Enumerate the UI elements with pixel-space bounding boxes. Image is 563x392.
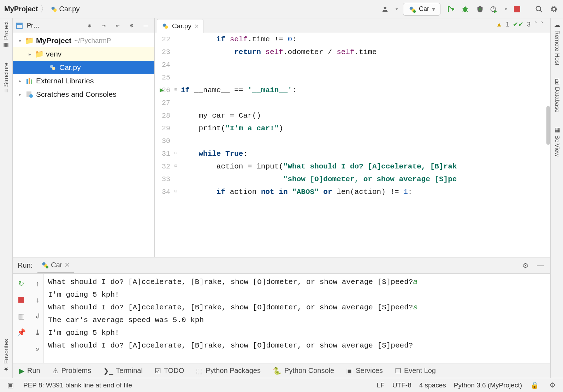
- run-icon[interactable]: [445, 4, 455, 14]
- python-run-icon: [408, 5, 416, 13]
- up-stack-icon[interactable]: ↑: [31, 277, 44, 290]
- soft-wrap-icon[interactable]: ↲: [31, 310, 44, 322]
- project-view-icon: [16, 23, 23, 29]
- stop-icon[interactable]: [512, 4, 522, 14]
- tree-row-car-py[interactable]: Car.py: [13, 61, 154, 74]
- remote-host-label: Remote Host: [553, 30, 561, 65]
- layout-icon[interactable]: ▥: [15, 310, 28, 322]
- sciview-icon: ▦: [553, 126, 561, 133]
- run-header-title: Run:: [18, 261, 32, 269]
- sciview-tool-button[interactable]: ▦ SciView: [553, 126, 561, 156]
- fold-gutter[interactable]: ▶⊟⊟⊟⊟: [174, 33, 181, 257]
- tree-row-scratches[interactable]: ▸ Scratches and Consoles: [13, 88, 154, 101]
- python-file-icon: [49, 64, 57, 71]
- editor-tab-car-py[interactable]: Car.py ✕: [157, 19, 203, 33]
- run-config-label: Car: [419, 5, 429, 13]
- run-tab-car[interactable]: Car ✕: [37, 257, 74, 273]
- star-icon: ★: [3, 366, 10, 373]
- close-tab-icon[interactable]: ✕: [194, 23, 199, 30]
- prev-highlight-icon[interactable]: ˄: [534, 20, 537, 28]
- problems-icon: ⚠: [52, 367, 59, 375]
- settings-gear-icon[interactable]: [549, 4, 559, 14]
- bottom-tool-run[interactable]: ▶ Run: [19, 367, 40, 375]
- rerun-icon[interactable]: ↻: [15, 277, 28, 290]
- tree-hint: ~/PycharmP: [74, 37, 111, 44]
- database-tool-button[interactable]: 🗄 Database: [553, 79, 561, 113]
- next-highlight-icon[interactable]: ˅: [541, 20, 544, 28]
- structure-tool-label: Structure: [3, 63, 10, 87]
- run-tab-label: Car: [51, 261, 62, 269]
- project-panel-header: Pr… ⊕ ⇥ ⇤ ⚙ —: [13, 18, 154, 33]
- folder-icon: ▦: [3, 42, 10, 49]
- close-run-tab-icon[interactable]: ✕: [64, 261, 70, 269]
- breadcrumb-project[interactable]: MyProject: [4, 5, 38, 13]
- locate-icon[interactable]: ⊕: [84, 21, 94, 31]
- favorites-tool-button[interactable]: ★ Favorites: [3, 339, 10, 373]
- python-file-icon: [50, 5, 58, 13]
- expand-all-icon[interactable]: ⇥: [99, 21, 108, 31]
- svg-rect-17: [29, 78, 30, 84]
- readonly-lock-icon[interactable]: 🔒: [530, 380, 540, 390]
- tool-window-quick-access-icon[interactable]: ▣: [6, 380, 16, 390]
- tree-label: venv: [46, 50, 61, 58]
- bottom-tool-label: Problems: [61, 367, 91, 375]
- structure-tool-button[interactable]: ≡ Structure: [3, 63, 10, 93]
- bottom-tool-python-packages[interactable]: ⬚ Python Packages: [196, 367, 261, 375]
- pin-icon[interactable]: 📌: [15, 326, 28, 339]
- profile-icon[interactable]: ▶: [490, 4, 500, 14]
- sciview-label: SciView: [553, 135, 561, 156]
- ide-gear-icon[interactable]: ⚙: [547, 380, 557, 390]
- inspection-status[interactable]: ▲ 1 ✔✔ 3 ˄ ˅: [496, 20, 544, 28]
- scroll-to-end-icon[interactable]: ⤓: [31, 326, 44, 339]
- svg-rect-26: [18, 297, 24, 303]
- folder-icon: 📁: [35, 50, 43, 58]
- bottom-tool-services[interactable]: ▣ Services: [346, 367, 383, 375]
- down-stack-icon[interactable]: ↓: [31, 293, 44, 306]
- project-tree: ▾ 📁 MyProject ~/PycharmP ▸ 📁 venv Car.py: [13, 33, 154, 257]
- status-message: PEP 8: W391 blank line at end of file: [23, 381, 132, 389]
- bottom-tool-event-log[interactable]: ☐ Event Log: [395, 367, 436, 375]
- tree-row-project-root[interactable]: ▾ 📁 MyProject ~/PycharmP: [13, 34, 154, 47]
- tree-row-external-libraries[interactable]: ▸ External Libraries: [13, 74, 154, 88]
- tree-row-venv[interactable]: ▸ 📁 venv: [13, 47, 154, 61]
- libraries-icon: [25, 77, 33, 84]
- panel-settings-gear-icon[interactable]: ⚙: [127, 21, 137, 31]
- editor-body[interactable]: 22232425262728293031323334 ▶⊟⊟⊟⊟ if self…: [155, 33, 550, 257]
- services-icon: ▣: [346, 367, 353, 375]
- coverage-icon[interactable]: [475, 4, 485, 14]
- search-icon[interactable]: [534, 4, 544, 14]
- editor-tabs: Car.py ✕: [155, 18, 550, 33]
- event-log-icon: ☐: [395, 367, 401, 375]
- more-icon[interactable]: »: [31, 342, 44, 355]
- run-configuration-selector[interactable]: Car ▾: [403, 3, 440, 16]
- remote-host-tool-button[interactable]: ☁ Remote Host: [553, 21, 561, 65]
- run-settings-gear-icon[interactable]: ⚙: [521, 261, 531, 271]
- hide-panel-icon[interactable]: —: [141, 21, 151, 31]
- chevron-down-icon: ▾: [17, 38, 23, 43]
- hide-run-panel-icon[interactable]: —: [535, 261, 545, 271]
- bottom-tool-terminal[interactable]: ❯_ Terminal: [103, 367, 143, 375]
- project-panel-title[interactable]: Pr…: [27, 22, 80, 29]
- remote-host-icon: ☁: [553, 21, 561, 28]
- bottom-tool-todo[interactable]: ☑ TODO: [155, 367, 184, 375]
- bottom-tool-label: Services: [356, 367, 383, 375]
- stop-icon[interactable]: [15, 293, 28, 306]
- status-interpreter[interactable]: Python 3.6 (MyProject): [454, 381, 522, 389]
- project-tool-button[interactable]: ▦ Project: [3, 21, 10, 49]
- console-output[interactable]: What should I do? [A]ccelerate, [B]rake,…: [44, 274, 550, 363]
- collapse-all-icon[interactable]: ⇤: [113, 21, 123, 31]
- status-indent[interactable]: 4 spaces: [419, 381, 446, 389]
- bottom-tool-problems[interactable]: ⚠ Problems: [52, 367, 91, 375]
- debug-icon[interactable]: [460, 4, 470, 14]
- svg-point-2: [384, 6, 386, 9]
- svg-point-7: [463, 7, 467, 12]
- status-encoding[interactable]: UTF-8: [392, 381, 411, 389]
- run-tool-window: Run: Car ✕ ⚙ — ↻ ↑ ↓ ▥ ↲ 📌: [13, 257, 550, 363]
- add-user-icon[interactable]: [381, 4, 391, 14]
- left-tool-stripe: ▦ Project ≡ Structure ★ Favorites: [0, 18, 13, 378]
- status-line-separator[interactable]: LF: [377, 381, 385, 389]
- breadcrumb-file[interactable]: Car.py: [50, 5, 80, 13]
- bottom-tool-python-console[interactable]: 🐍 Python Console: [273, 367, 334, 375]
- code-text[interactable]: if self.time != 0: return self.odometer …: [181, 33, 550, 257]
- scrollbar-thumb[interactable]: [546, 106, 550, 145]
